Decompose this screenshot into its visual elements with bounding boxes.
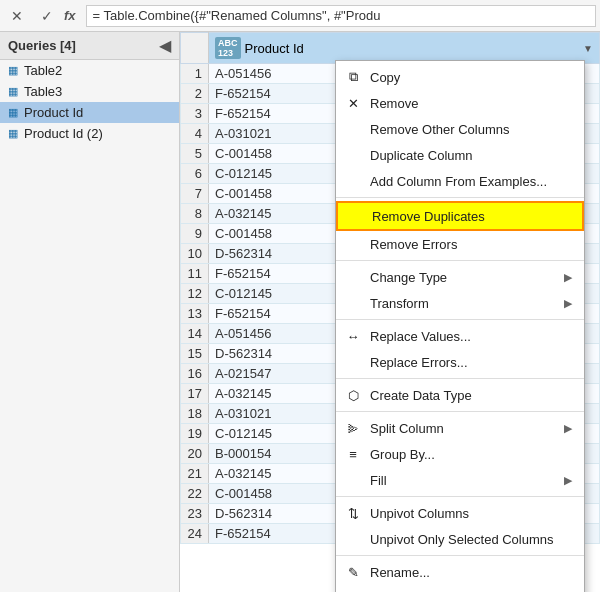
confirm-button[interactable]: ✓ [34, 4, 60, 28]
menu-item-label: Remove Errors [370, 237, 572, 252]
copy-icon: ⧉ [344, 68, 362, 86]
context-menu-item-group-by[interactable]: ≡ Group By... [336, 441, 584, 467]
menu-item-label: Remove Other Columns [370, 122, 572, 137]
table-icon: ▦ [8, 127, 18, 140]
content-area: ABC123 Product Id ▼ 1 A-0514562 F-652154… [180, 32, 600, 592]
row-num-header [181, 33, 209, 64]
menu-item-label: Fill [370, 473, 556, 488]
context-menu-item-fill[interactable]: Fill ▶ [336, 467, 584, 493]
-icon [344, 172, 362, 190]
menu-item-label: Rename... [370, 565, 572, 580]
row-number: 22 [181, 484, 209, 504]
row-number: 1 [181, 64, 209, 84]
row-number: 7 [181, 184, 209, 204]
context-menu-item-transform[interactable]: Transform ▶ [336, 290, 584, 316]
menu-item-label: Unpivot Only Selected Columns [370, 532, 572, 547]
row-number: 21 [181, 464, 209, 484]
menu-separator [336, 378, 584, 379]
menu-item-label: Remove [370, 96, 572, 111]
submenu-arrow-icon: ▶ [564, 297, 572, 310]
row-number: 14 [181, 324, 209, 344]
row-number: 11 [181, 264, 209, 284]
row-number: 6 [181, 164, 209, 184]
context-menu: ⧉ Copy ✕ Remove Remove Other Columns Dup… [335, 60, 585, 592]
table-icon: ▦ [8, 64, 18, 77]
context-menu-item-copy[interactable]: ⧉ Copy [336, 64, 584, 90]
row-number: 5 [181, 144, 209, 164]
row-number: 19 [181, 424, 209, 444]
-icon [346, 207, 364, 225]
sidebar-title: Queries [4] [8, 38, 76, 53]
sidebar-item-table2[interactable]: ▦ Table2 [0, 60, 179, 81]
menu-separator [336, 411, 584, 412]
row-number: 4 [181, 124, 209, 144]
context-menu-item-create-data-type[interactable]: ⬡ Create Data Type [336, 382, 584, 408]
-icon [344, 530, 362, 548]
row-number: 8 [181, 204, 209, 224]
menu-item-label: Transform [370, 296, 556, 311]
product-id-column-header[interactable]: ABC123 Product Id ▼ [209, 33, 600, 64]
fx-label: fx [64, 8, 76, 23]
menu-separator [336, 555, 584, 556]
cancel-button[interactable]: ✕ [4, 4, 30, 28]
menu-item-label: Duplicate Column [370, 148, 572, 163]
row-number: 23 [181, 504, 209, 524]
menu-item-label: Split Column [370, 421, 556, 436]
replace-icon: ↔ [344, 327, 362, 345]
context-menu-item-add-column-from-examples[interactable]: Add Column From Examples... [336, 168, 584, 194]
menu-item-label: Replace Values... [370, 329, 572, 344]
-icon [344, 471, 362, 489]
sidebar-item-productid[interactable]: ▦ Product Id [0, 102, 179, 123]
context-menu-item-move[interactable]: Move ▶ [336, 585, 584, 592]
-icon [344, 353, 362, 371]
context-menu-item-rename[interactable]: ✎ Rename... [336, 559, 584, 585]
column-label: Product Id [245, 41, 304, 56]
context-menu-item-replace-errors[interactable]: Replace Errors... [336, 349, 584, 375]
context-menu-item-unpivot-columns[interactable]: ⇅ Unpivot Columns [336, 500, 584, 526]
submenu-arrow-icon: ▶ [564, 271, 572, 284]
sidebar-item-productid2[interactable]: ▦ Product Id (2) [0, 123, 179, 144]
sidebar-item-label: Product Id [24, 105, 83, 120]
-icon [344, 268, 362, 286]
row-number: 20 [181, 444, 209, 464]
sidebar-item-table3[interactable]: ▦ Table3 [0, 81, 179, 102]
sidebar-items: ▦ Table2▦ Table3▦ Product Id▦ Product Id… [0, 60, 179, 144]
sidebar-collapse-button[interactable]: ◀ [159, 36, 171, 55]
context-menu-item-remove-duplicates[interactable]: Remove Duplicates [336, 201, 584, 231]
context-menu-item-remove-other-columns[interactable]: Remove Other Columns [336, 116, 584, 142]
top-bar: ✕ ✓ fx = Table.Combine({#"Renamed Column… [0, 0, 600, 32]
menu-separator [336, 197, 584, 198]
row-number: 16 [181, 364, 209, 384]
rename-icon: ✎ [344, 563, 362, 581]
formula-text: = Table.Combine({#"Renamed Columns", #"P… [93, 8, 381, 23]
main-layout: Queries [4] ◀ ▦ Table2▦ Table3▦ Product … [0, 32, 600, 592]
context-menu-item-duplicate-column[interactable]: Duplicate Column [336, 142, 584, 168]
context-menu-item-remove-errors[interactable]: Remove Errors [336, 231, 584, 257]
context-menu-item-split-column[interactable]: ⫸ Split Column ▶ [336, 415, 584, 441]
menu-separator [336, 496, 584, 497]
context-menu-item-change-type[interactable]: Change Type ▶ [336, 264, 584, 290]
menu-separator [336, 319, 584, 320]
context-menu-item-unpivot-only-selected[interactable]: Unpivot Only Selected Columns [336, 526, 584, 552]
row-number: 13 [181, 304, 209, 324]
row-number: 9 [181, 224, 209, 244]
row-number: 24 [181, 524, 209, 544]
menu-separator [336, 260, 584, 261]
row-number: 18 [181, 404, 209, 424]
menu-item-label: Change Type [370, 270, 556, 285]
sidebar-item-label: Table2 [24, 63, 62, 78]
row-number: 3 [181, 104, 209, 124]
context-menu-item-replace-values[interactable]: ↔ Replace Values... [336, 323, 584, 349]
row-number: 15 [181, 344, 209, 364]
row-number: 17 [181, 384, 209, 404]
menu-item-label: Replace Errors... [370, 355, 572, 370]
-icon [344, 294, 362, 312]
menu-item-label: Copy [370, 70, 572, 85]
context-menu-item-remove[interactable]: ✕ Remove [336, 90, 584, 116]
unpivot-icon: ⇅ [344, 504, 362, 522]
submenu-arrow-icon: ▶ [564, 474, 572, 487]
formula-bar[interactable]: = Table.Combine({#"Renamed Columns", #"P… [86, 5, 596, 27]
menu-item-label: Group By... [370, 447, 572, 462]
column-dropdown-button[interactable]: ▼ [583, 43, 593, 54]
menu-item-label: Add Column From Examples... [370, 174, 572, 189]
